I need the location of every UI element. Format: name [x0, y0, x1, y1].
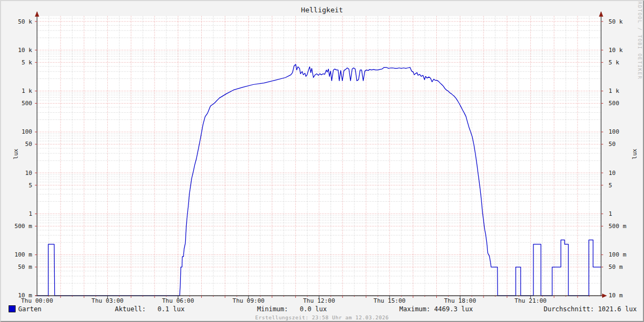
x-axis-arrow	[602, 294, 607, 298]
x-axis-tick-label: Thu 00:00	[13, 297, 61, 304]
y-axis-tick-label-left: 10 k	[1, 47, 32, 54]
y-axis-tick-label-right: 1	[609, 210, 641, 217]
x-axis-tick-label: Thu 06:00	[154, 297, 202, 304]
y-axis-tick-label-left: 50	[1, 141, 32, 148]
y-axis-tick-label-left: 100 m	[1, 251, 32, 258]
y-axis-tick-label-right: 10	[609, 170, 641, 177]
y-axis-title-right: lux	[631, 149, 638, 159]
x-axis-tick-label: Thu 15:00	[365, 297, 414, 304]
y-axis-tick-label-left: 1 k	[1, 87, 32, 94]
y-axis-tick-label-left: 10	[1, 170, 32, 177]
x-axis-tick-label: Thu 09:00	[224, 297, 273, 304]
series-label: Garten	[18, 305, 41, 313]
y-axis-tick-label-left: 50 m	[1, 264, 32, 270]
y-axis-tick-label-left: 5	[1, 182, 32, 189]
x-axis-tick-label: Thu 18:00	[436, 297, 484, 304]
y-axis-tick-label-left: 1	[1, 210, 32, 217]
stat-maximum: Maximum: 4469.3 lux	[399, 305, 473, 313]
y-axis-tick-label-right: 50	[609, 141, 641, 148]
creation-time-note: Erstellungszeit: 23:58 Uhr am 12.03.2026	[1, 314, 643, 320]
y-axis-tick-label-right: 50 k	[609, 18, 641, 25]
legend-row: Garten Aktuell: 0.1 lux Minimum: 0.0 lux…	[1, 305, 643, 313]
rrdtool-watermark: RRDTOOL / TOBI OETIKER	[637, 0, 642, 79]
series-color-swatch	[9, 305, 16, 312]
y-axis-tick-label-right: 100	[609, 128, 641, 135]
x-axis-tick-label: Thu 03:00	[83, 297, 131, 304]
stat-minimum: Minimum: 0.0 lux	[257, 305, 327, 313]
y-axis-title-left: lux	[12, 149, 19, 159]
y-axis-tick-label-left: 500 m	[1, 223, 32, 230]
y-axis-tick-label-right: 10 m	[609, 292, 641, 299]
y-axis-tick-label-left: 500	[1, 100, 32, 107]
stat-durchschnitt: Durchschnitt: 1021.6 lux	[544, 305, 636, 313]
y-axis-tick-label-left: 100	[1, 128, 32, 135]
y-axis-tick-label-right: 1 k	[609, 87, 641, 94]
x-axis-tick-label: Thu 12:00	[295, 297, 343, 304]
rrdtool-graph-canvas: Helligkeit 50 k50 k10 k10 k5 k5 k1 k1 k5…	[0, 0, 644, 322]
y-axis-tick-label-right: 10 k	[609, 47, 641, 54]
y-axis-tick-label-right: 50 m	[609, 264, 641, 270]
stat-aktuell: Aktuell: 0.1 lux	[115, 305, 185, 313]
y-axis-tick-label-right: 100 m	[609, 251, 641, 258]
y-axis-arrow-left	[35, 11, 39, 17]
y-axis-tick-label-right: 5	[609, 182, 641, 189]
y-axis-arrow-right	[599, 11, 603, 17]
y-axis-tick-label-right: 500 m	[609, 223, 641, 230]
x-axis-tick-label: Thu 21:00	[507, 297, 555, 304]
y-axis-tick-label-left: 50 k	[1, 18, 32, 25]
plot-area	[1, 1, 644, 322]
y-axis-tick-label-right: 5 k	[609, 59, 641, 66]
y-axis-tick-label-right: 500	[609, 100, 641, 107]
y-axis-tick-label-left: 5 k	[1, 59, 32, 66]
